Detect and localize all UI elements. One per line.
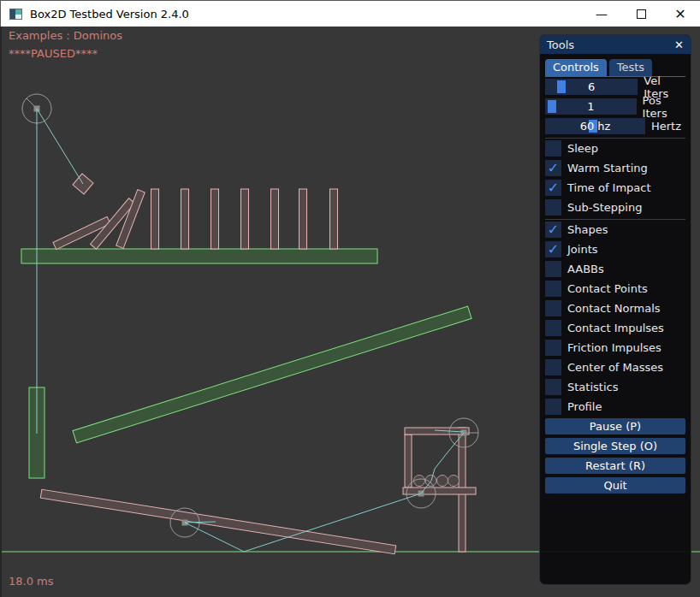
minimize-icon: — <box>596 7 608 21</box>
tools-panel-titlebar[interactable]: Tools ✕ <box>540 35 691 54</box>
check-icon: ✓ <box>548 181 559 195</box>
checkbox-box[interactable] <box>545 379 561 395</box>
frame-shelf[interactable] <box>403 488 476 494</box>
checkbox-box[interactable]: ✓ <box>545 241 561 257</box>
tab-controls[interactable]: Controls <box>545 59 607 76</box>
window-controls: — ✕ <box>582 1 700 27</box>
check-icon: ✓ <box>548 243 559 257</box>
static-bodies-group <box>21 249 472 478</box>
checkbox-label: Contact Points <box>567 282 648 295</box>
tools-panel-title: Tools <box>547 38 574 51</box>
hertz-label: Hertz <box>651 120 681 133</box>
separator <box>545 138 685 139</box>
checkbox-label: Contact Normals <box>567 302 661 315</box>
checkbox-warm-starting[interactable]: ✓ Warm Starting <box>545 160 685 176</box>
domino-standing[interactable] <box>151 189 159 249</box>
restart-button[interactable]: Restart (R) <box>545 458 685 474</box>
checkbox-box[interactable] <box>545 300 561 316</box>
checkbox-label: Sleep <box>567 142 598 155</box>
window-title: Box2D Testbed Version 2.4.0 <box>30 8 189 21</box>
pos-iters-slider[interactable]: 1 <box>545 98 637 115</box>
checkbox-contact-impulses[interactable]: Contact Impulses <box>545 320 685 336</box>
checkbox-statistics[interactable]: Statistics <box>545 379 685 395</box>
checkbox-time-of-impact[interactable]: ✓ Time of Impact <box>545 180 685 196</box>
app-window: Box2D Testbed Version 2.4.0 — ✕ <box>0 0 700 597</box>
separator <box>545 219 685 220</box>
joint-anchor-squares <box>34 106 467 526</box>
checkbox-label: AABBs <box>567 263 604 275</box>
frame-top-beam[interactable] <box>405 428 469 434</box>
shelf-balls-group[interactable] <box>414 476 460 487</box>
pos-iters-label: Pos Iters <box>643 94 685 120</box>
checkbox-box[interactable] <box>545 199 561 216</box>
physics-canvas[interactable]: Examples : Dominos ****PAUSED**** 18.0 m… <box>0 27 700 597</box>
checkbox-contact-normals[interactable]: Contact Normals <box>545 300 685 316</box>
checkbox-profile[interactable]: Profile <box>545 399 685 415</box>
checkbox-contact-points[interactable]: Contact Points <box>545 281 685 297</box>
tools-close-icon[interactable]: ✕ <box>674 38 684 51</box>
joint-line-pendulum <box>37 109 83 184</box>
vel-iters-value: 6 <box>545 79 638 95</box>
checkbox-box[interactable] <box>545 320 561 336</box>
checkbox-sub-stepping[interactable]: Sub-Stepping <box>545 199 685 216</box>
pos-iters-value: 1 <box>545 98 637 115</box>
domino-standing[interactable] <box>181 189 189 249</box>
checkbox-box[interactable] <box>545 261 561 277</box>
quit-button[interactable]: Quit <box>545 477 685 494</box>
checkbox-box[interactable] <box>545 140 561 157</box>
checkbox-box[interactable]: ✓ <box>545 222 561 238</box>
seesaw-plank[interactable] <box>40 489 395 553</box>
checkbox-friction-impulses[interactable]: Friction Impulses <box>545 340 685 356</box>
checkbox-label: Profile <box>567 400 602 413</box>
domino-standing[interactable] <box>211 189 219 249</box>
green-ramp-plank <box>73 306 472 443</box>
check-icon: ✓ <box>548 162 559 175</box>
check-icon: ✓ <box>548 223 559 237</box>
checkbox-box[interactable] <box>545 359 561 375</box>
checkbox-box[interactable]: ✓ <box>545 180 561 196</box>
minimize-button[interactable]: — <box>582 1 621 27</box>
pause-button[interactable]: Pause (P) <box>545 418 685 434</box>
ball[interactable] <box>437 476 448 487</box>
close-icon: ✕ <box>674 6 685 22</box>
maximize-icon <box>637 9 646 19</box>
hertz-value: 60 hz <box>545 118 645 134</box>
hertz-slider[interactable]: 60 hz <box>545 118 645 134</box>
maximize-button[interactable] <box>621 1 661 27</box>
checkbox-sleep[interactable]: Sleep <box>545 140 685 157</box>
checkbox-center-of-masses[interactable]: Center of Masses <box>545 359 685 375</box>
checkbox-box[interactable]: ✓ <box>545 160 561 176</box>
slider-row-pos-iters: 1 Pos Iters <box>545 98 685 115</box>
ball[interactable] <box>414 476 425 487</box>
checkbox-label: Contact Impulses <box>567 322 664 334</box>
checkbox-box[interactable] <box>545 281 561 297</box>
checkbox-label: Sub-Stepping <box>567 201 642 214</box>
domino-standing[interactable] <box>300 189 307 249</box>
checkbox-shapes[interactable]: ✓ Shapes <box>545 222 685 238</box>
checkbox-joints[interactable]: ✓ Joints <box>545 241 685 257</box>
checkbox-label: Time of Impact <box>567 181 651 194</box>
app-icon <box>9 9 22 20</box>
checkbox-aabbs[interactable]: AABBs <box>545 261 685 277</box>
frame-left-post[interactable] <box>405 434 412 488</box>
domino-standing[interactable] <box>241 189 249 249</box>
checkbox-box[interactable] <box>545 399 561 415</box>
single-step-button[interactable]: Single Step (O) <box>545 438 685 454</box>
vel-iters-slider[interactable]: 6 <box>545 79 638 95</box>
example-title-text: Examples : Dominos <box>9 29 122 42</box>
slider-row-hertz: 60 hz Hertz <box>545 118 685 134</box>
checkbox-label: Warm Starting <box>567 162 648 174</box>
tools-panel: Tools ✕ Controls Tests 6 Vel Iters <box>539 34 691 585</box>
tools-panel-content: 6 Vel Iters 1 Pos Iters 60 hz <box>540 77 691 494</box>
domino-standing[interactable] <box>271 189 279 249</box>
slider-row-vel-iters: 6 Vel Iters <box>545 79 685 95</box>
checkbox-box[interactable] <box>545 340 561 356</box>
ball[interactable] <box>448 476 460 487</box>
checkbox-label: Shapes <box>567 223 608 236</box>
window-titlebar: Box2D Testbed Version 2.4.0 — ✕ <box>0 0 700 27</box>
domino-platform <box>21 249 377 263</box>
close-button[interactable]: ✕ <box>661 1 700 27</box>
frame-time-text: 18.0 ms <box>9 575 54 588</box>
checkbox-label: Joints <box>567 243 598 256</box>
domino-standing[interactable] <box>330 189 338 249</box>
